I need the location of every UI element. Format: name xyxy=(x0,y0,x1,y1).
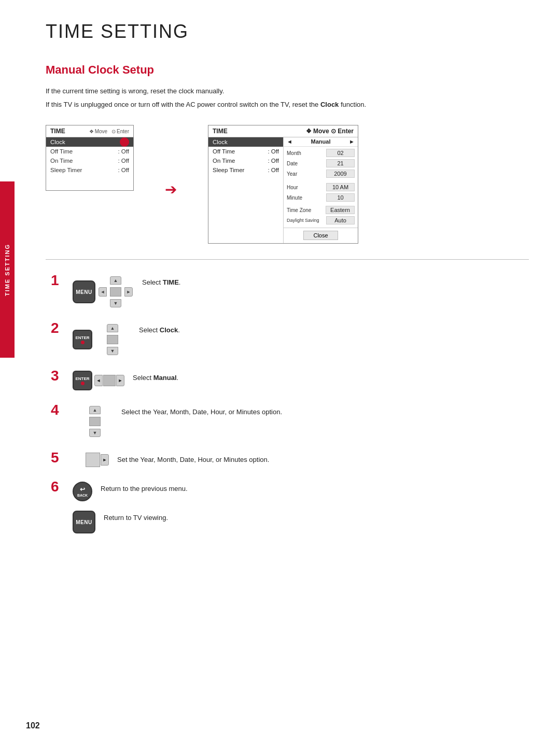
nav-right[interactable]: ► xyxy=(124,287,133,297)
step-6b-icons: MENU xyxy=(73,511,95,533)
manual-right-arrow: ► xyxy=(349,138,355,145)
step-5-text: Set the Year, Month, Date, Hour, or Minu… xyxy=(117,455,269,465)
divider xyxy=(46,259,529,260)
step-6b-text: Return to TV viewing. xyxy=(104,513,168,523)
radio-dot xyxy=(123,139,129,145)
step-4-number: 4 xyxy=(51,403,67,417)
description-2: If this TV is unplugged once or turn off… xyxy=(46,100,529,110)
step-3-number: 3 xyxy=(51,369,67,383)
step-2-text: Select Clock. xyxy=(139,325,180,335)
manual-label: Manual xyxy=(311,138,331,145)
arrow-right: ➔ xyxy=(165,181,177,198)
menu2-hour-row: Hour 10 AM xyxy=(284,182,358,192)
step-1-number: 1 xyxy=(51,273,67,288)
nav-center xyxy=(110,287,121,297)
nav-down[interactable]: ▼ xyxy=(110,299,121,307)
nav-center-4 xyxy=(89,417,101,426)
step-6-number: 6 xyxy=(51,480,67,494)
menu2-body: Clock Off Time : Off On Time : Off Sleep… xyxy=(208,137,358,243)
main-content: TIME SETTING Manual Clock Setup If the c… xyxy=(15,0,560,579)
date-value: 21 xyxy=(326,159,355,167)
page-title: TIME SETTING xyxy=(46,21,529,43)
nav-left-3[interactable]: ◄ xyxy=(94,375,103,386)
menu2-clock-row: Clock xyxy=(208,137,283,147)
nav-cluster-2: ▲ ▼ xyxy=(94,323,131,356)
description-1: If the current time setting is wrong, re… xyxy=(46,86,529,96)
menu2-offtime-row: Off Time : Off xyxy=(208,147,283,156)
side-label-text: TIME SETTING xyxy=(4,244,10,296)
menu-left-clock-row: Clock xyxy=(46,137,133,147)
menu2-manual-row: ◄ Manual ► xyxy=(284,137,358,147)
timezone-value: Eastern xyxy=(326,206,355,214)
nav-down-4[interactable]: ▼ xyxy=(89,429,101,437)
menu-left-offtime-row: Off Time : Off xyxy=(46,147,133,156)
menu-right-title: TIME xyxy=(213,128,228,135)
step-6b: 6 MENU Return to TV viewing. xyxy=(51,511,529,533)
menu2-month-row: Month 02 xyxy=(284,148,358,158)
page-number: 102 xyxy=(26,721,40,730)
step-1: 1 MENU ▲ ◄ ► ▼ Select TIME. xyxy=(51,275,529,308)
step-3: 3 ENTER ◄ ► Select Manual. xyxy=(51,371,529,390)
nav-center-5 xyxy=(86,453,100,467)
menu2-right-col: ◄ Manual ► Month 02 Date 21 xyxy=(284,137,358,243)
step-2: 2 ENTER ▲ ▼ Select Clock. xyxy=(51,323,529,356)
nav-center-2 xyxy=(107,335,118,344)
step-1-icons: MENU ▲ ◄ ► ▼ xyxy=(73,275,134,308)
step-5-number: 5 xyxy=(51,451,67,465)
nav-cluster-4: ▲ ▼ xyxy=(77,405,113,438)
close-btn-row: Close xyxy=(284,228,358,243)
close-button[interactable]: Close xyxy=(303,231,338,240)
nav-up-2[interactable]: ▲ xyxy=(107,324,118,332)
nav-cluster-1: ▲ ◄ ► ▼ xyxy=(97,275,134,308)
steps-container: 1 MENU ▲ ◄ ► ▼ Select TIME. 2 ENTER xyxy=(51,275,529,533)
hour-value: 10 AM xyxy=(326,183,355,191)
menu2-left-col: Clock Off Time : Off On Time : Off Sleep… xyxy=(208,137,284,243)
menu-box-right-header: TIME ❖ Move ⊙ Enter xyxy=(208,125,358,137)
enter-button-3[interactable]: ENTER xyxy=(73,371,92,390)
menu2-date-row: Date 21 xyxy=(284,158,358,168)
back-button[interactable]: ↩ BACK xyxy=(73,482,92,501)
menu-left-title: TIME xyxy=(50,128,65,135)
step-6a-text: Return to the previous menu. xyxy=(101,484,188,494)
daylight-value: Auto xyxy=(326,216,355,224)
nav-right-5[interactable]: ► xyxy=(101,454,109,466)
nav-center-3 xyxy=(103,375,116,386)
year-value: 2009 xyxy=(326,170,355,178)
step-3-text: Select Manual. xyxy=(133,373,178,383)
nav-lr-3: ◄ ► xyxy=(94,375,124,386)
menu2-minute-row: Minute 10 xyxy=(284,192,358,203)
diagrams-row: TIME ❖ Move ⊙ Enter Clock Off Time : Off… xyxy=(46,125,529,244)
nav-left[interactable]: ◄ xyxy=(99,287,107,297)
menu-box-left: TIME ❖ Move ⊙ Enter Clock Off Time : Off… xyxy=(46,125,134,191)
step-6-icons: ↩ BACK xyxy=(73,482,92,501)
menu-button[interactable]: MENU xyxy=(73,280,95,303)
step-4-icons: ▲ ▼ xyxy=(73,405,113,438)
menu2-daylight-row: Daylight Saving Auto xyxy=(284,215,358,226)
step-1-text: Select TIME. xyxy=(142,277,180,288)
enter-dot-3 xyxy=(81,382,85,385)
menu-right-nav-hint: ❖ Move ⊙ Enter xyxy=(306,128,354,135)
nav-up-4[interactable]: ▲ xyxy=(89,406,101,414)
step-4: 4 ▲ ▼ Select the Year, Month, Date, Hour… xyxy=(51,405,529,438)
step-2-icons: ENTER ▲ ▼ xyxy=(73,323,131,356)
side-label: TIME SETTING xyxy=(0,181,15,358)
enter-button-2[interactable]: ENTER xyxy=(73,330,92,349)
menu-button-6b[interactable]: MENU xyxy=(73,511,95,533)
step-4-text: Select the Year, Month, Date, Hour, or M… xyxy=(121,407,282,417)
step-3-icons: ENTER ◄ ► xyxy=(73,371,124,390)
menu-box-right: TIME ❖ Move ⊙ Enter Clock Off Time : Off xyxy=(208,125,358,244)
back-icon: ↩ xyxy=(80,486,85,493)
nav-right-3[interactable]: ► xyxy=(116,375,124,386)
enter-dot xyxy=(81,341,85,344)
menu2-sleep-row: Sleep Timer : Off xyxy=(208,165,283,175)
step-5: 5 ► Set the Year, Month, Date, Hour, or … xyxy=(51,453,529,467)
manual-left-arrow: ◄ xyxy=(287,138,292,145)
section-title: Manual Clock Setup xyxy=(46,63,529,77)
step-5-icons: ► xyxy=(73,453,109,467)
nav-lr-5: ► xyxy=(77,453,109,467)
nav-up[interactable]: ▲ xyxy=(110,276,121,285)
minute-value: 10 xyxy=(326,193,355,202)
nav-down-2[interactable]: ▼ xyxy=(107,347,118,355)
month-value: 02 xyxy=(326,149,355,157)
menu2-year-row: Year 2009 xyxy=(284,168,358,179)
